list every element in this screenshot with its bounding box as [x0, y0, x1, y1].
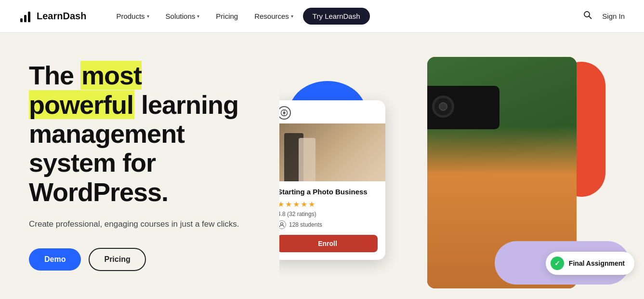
pricing-button[interactable]: Pricing	[89, 248, 145, 271]
logo[interactable]: LearnDash	[19, 10, 86, 23]
svg-point-6	[283, 112, 286, 114]
course-students: 128 students	[279, 220, 378, 229]
assignment-text: Final Assignment	[569, 259, 625, 267]
nav-item-resources[interactable]: Resources ▾	[248, 8, 300, 24]
course-ratings: 4.8 (32 ratings)	[279, 211, 378, 217]
nav-links: Products ▾ Solutions ▾ Pricing Resources…	[109, 8, 583, 25]
navbar: LearnDash Products ▾ Solutions ▾ Pricing…	[0, 0, 644, 33]
svg-rect-2	[28, 12, 30, 22]
nav-item-pricing[interactable]: Pricing	[209, 8, 245, 24]
sign-in-link[interactable]: Sign In	[602, 12, 625, 20]
logo-icon	[19, 10, 33, 23]
camera-body	[427, 86, 499, 129]
course-card: Starting a Photo Business ★★★★★ 4.8 (32 …	[279, 100, 385, 260]
nav-item-products[interactable]: Products ▾	[109, 8, 156, 24]
course-stars: ★★★★★	[279, 200, 378, 209]
aperture-icon	[279, 106, 291, 120]
svg-rect-0	[20, 18, 23, 22]
card-header	[279, 100, 385, 123]
nav-item-solutions[interactable]: Solutions ▾	[159, 8, 207, 24]
check-icon: ✓	[551, 257, 564, 270]
hero-subtitle: Create professional, engaging courses in…	[29, 218, 250, 231]
svg-rect-1	[24, 15, 26, 22]
course-title: Starting a Photo Business	[279, 187, 378, 197]
chevron-down-icon: ▾	[147, 14, 149, 19]
search-icon[interactable]	[583, 10, 592, 22]
hero-buttons: Demo Pricing	[29, 248, 250, 271]
card-image	[279, 123, 385, 181]
demo-button[interactable]: Demo	[29, 248, 81, 271]
hero-right: Starting a Photo Business ★★★★★ 4.8 (32 …	[279, 33, 644, 299]
chevron-down-icon: ▾	[197, 14, 199, 19]
chevron-down-icon: ▾	[291, 14, 293, 19]
nav-item-try[interactable]: Try LearnDash	[303, 8, 370, 25]
camera-lens	[432, 95, 454, 118]
assignment-badge: ✓ Final Assignment	[546, 252, 634, 275]
heading-before: The	[29, 61, 80, 90]
student-icon	[279, 220, 286, 229]
hero-left: The most powerful learning management sy…	[0, 33, 279, 299]
svg-line-4	[589, 16, 591, 19]
logo-text: LearnDash	[37, 11, 86, 22]
enroll-button[interactable]: Enroll	[279, 235, 378, 252]
hero-section: The most powerful learning management sy…	[0, 33, 644, 299]
card-content: Starting a Photo Business ★★★★★ 4.8 (32 …	[279, 181, 385, 229]
nav-right: Sign In	[583, 10, 625, 22]
hero-heading: The most powerful learning management sy…	[29, 61, 250, 206]
svg-point-9	[281, 222, 283, 225]
